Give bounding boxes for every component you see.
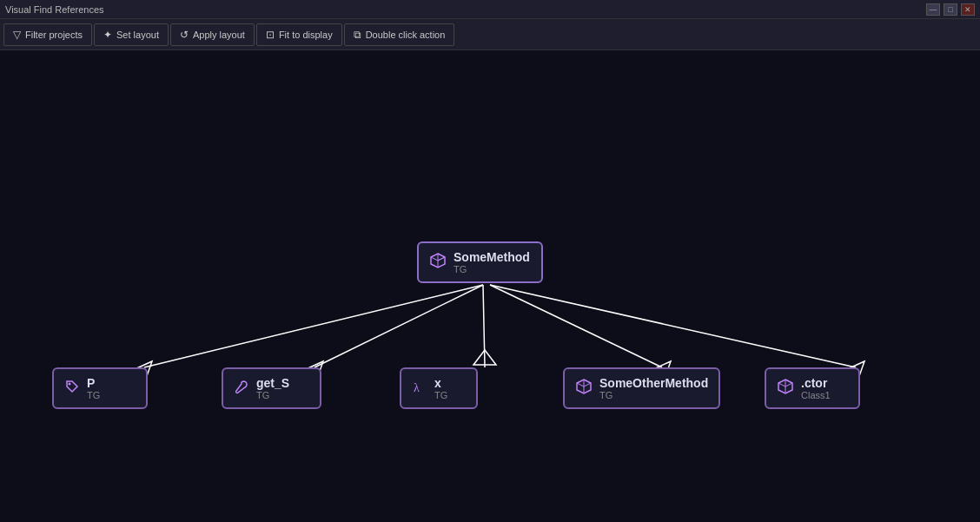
svg-line-1 bbox=[144, 285, 483, 367]
svg-line-26 bbox=[785, 383, 792, 387]
apply-layout-button[interactable]: ↺ Apply layout bbox=[170, 23, 255, 46]
window-title: Visual Find References bbox=[5, 4, 104, 15]
svg-line-2 bbox=[315, 285, 483, 367]
node-p[interactable]: P TG bbox=[52, 367, 148, 409]
node-somemethod-content: SomeMethod TG bbox=[454, 250, 530, 274]
svg-line-14 bbox=[431, 257, 438, 261]
box3-icon bbox=[777, 378, 794, 399]
node-ctor-name: .ctor bbox=[801, 376, 831, 390]
node-p-content: P TG bbox=[87, 376, 100, 400]
node-gets-name: get_S bbox=[256, 376, 289, 390]
node-p-subtitle: TG bbox=[87, 390, 100, 400]
fit-icon: ⊡ bbox=[266, 29, 275, 41]
set-layout-label: Set layout bbox=[116, 30, 159, 40]
node-ctor-content: .ctor Class1 bbox=[801, 376, 831, 400]
maximize-button[interactable]: □ bbox=[944, 3, 957, 16]
svg-line-4 bbox=[490, 285, 662, 367]
svg-point-16 bbox=[69, 383, 71, 386]
node-gets-content: get_S TG bbox=[256, 376, 289, 400]
minimize-button[interactable]: — bbox=[926, 3, 940, 16]
svg-marker-8 bbox=[473, 350, 496, 365]
node-somemethod-subtitle: TG bbox=[454, 264, 530, 274]
set-layout-button[interactable]: ✦ Set layout bbox=[94, 23, 169, 46]
node-gets-subtitle: TG bbox=[256, 390, 289, 400]
node-x[interactable]: λ x TG bbox=[400, 367, 478, 409]
svg-line-5 bbox=[490, 285, 856, 367]
node-p-name: P bbox=[87, 376, 100, 390]
toolbar: ▽ Filter projects ✦ Set layout ↺ Apply l… bbox=[0, 19, 980, 50]
filter-projects-label: Filter projects bbox=[25, 30, 83, 40]
svg-line-25 bbox=[778, 383, 785, 387]
close-button[interactable]: ✕ bbox=[961, 3, 975, 16]
wrench-icon bbox=[234, 379, 249, 398]
double-click-action-label: Double click action bbox=[366, 30, 446, 40]
fit-to-display-button[interactable]: ⊡ Fit to display bbox=[256, 23, 342, 46]
apply-icon: ↺ bbox=[180, 29, 189, 41]
node-someothermethod[interactable]: SomeOtherMethod TG bbox=[563, 367, 720, 409]
apply-layout-label: Apply layout bbox=[193, 30, 245, 40]
box-icon bbox=[429, 252, 447, 273]
window-controls: — □ ✕ bbox=[926, 3, 975, 16]
node-someothermethod-name: SomeOtherMethod bbox=[599, 376, 708, 390]
fit-to-display-label: Fit to display bbox=[279, 30, 333, 40]
dblclick-icon: ⧉ bbox=[354, 29, 361, 41]
svg-line-15 bbox=[438, 257, 445, 261]
double-click-action-button[interactable]: ⧉ Double click action bbox=[344, 23, 455, 46]
node-somemethod-name: SomeMethod bbox=[454, 250, 530, 264]
svg-line-20 bbox=[577, 383, 584, 387]
svg-line-21 bbox=[584, 383, 591, 387]
layout-icon: ✦ bbox=[103, 29, 112, 41]
node-gets[interactable]: get_S TG bbox=[222, 367, 321, 409]
node-someothermethod-subtitle: TG bbox=[599, 390, 708, 400]
graph-edges bbox=[0, 50, 980, 522]
filter-icon: ▽ bbox=[13, 29, 21, 41]
node-x-subtitle: TG bbox=[434, 390, 447, 400]
lambda-icon: λ bbox=[412, 379, 427, 398]
filter-projects-button[interactable]: ▽ Filter projects bbox=[3, 23, 92, 46]
node-somemethod[interactable]: SomeMethod TG bbox=[417, 241, 543, 283]
node-ctor-subtitle: Class1 bbox=[801, 390, 831, 400]
svg-line-3 bbox=[483, 285, 485, 367]
box2-icon bbox=[575, 378, 593, 399]
node-x-name: x bbox=[434, 376, 447, 390]
node-someothermethod-content: SomeOtherMethod TG bbox=[599, 376, 708, 400]
node-ctor[interactable]: .ctor Class1 bbox=[765, 367, 860, 409]
title-bar: Visual Find References — □ ✕ bbox=[0, 0, 980, 19]
graph-canvas[interactable]: SomeMethod TG P TG get_S TG bbox=[0, 50, 980, 522]
node-x-content: x TG bbox=[434, 376, 447, 400]
svg-text:λ: λ bbox=[414, 381, 420, 394]
tag-icon bbox=[64, 379, 80, 398]
